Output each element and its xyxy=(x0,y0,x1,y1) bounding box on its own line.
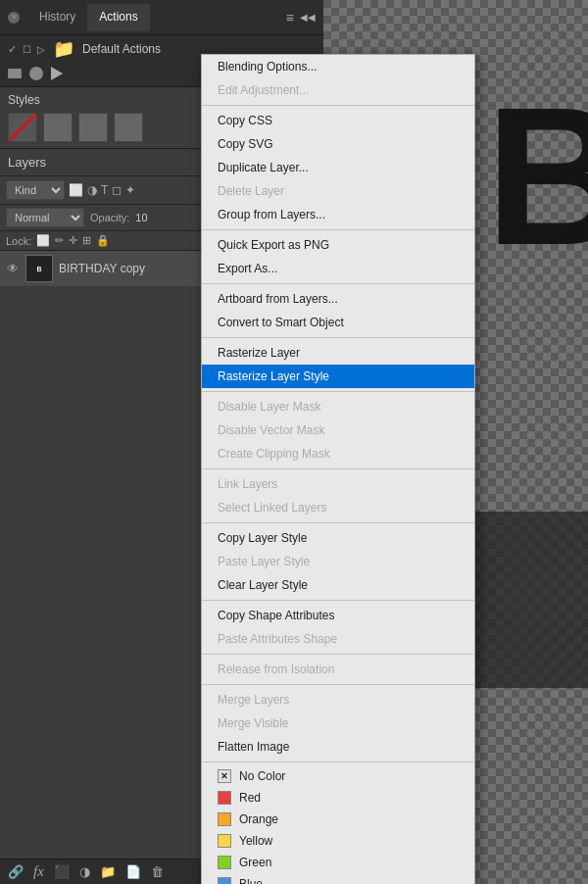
menu-separator xyxy=(202,761,474,762)
menu-item-color-color-yellow[interactable]: Yellow xyxy=(202,830,474,852)
close-button[interactable]: ✕ xyxy=(8,12,20,24)
style-swatch-1[interactable] xyxy=(43,113,73,142)
filter-icon-pixel[interactable]: ⬜ xyxy=(69,183,83,197)
canvas-text: B xyxy=(486,78,588,274)
expand-icon: ▷ xyxy=(37,44,45,55)
menu-item-link-layers: Link Layers xyxy=(202,472,474,496)
fx-icon[interactable]: fx xyxy=(33,863,44,880)
checkbox-icon: ☐ xyxy=(23,44,31,55)
color-label-color-blue: Blue xyxy=(239,877,263,884)
menu-separator xyxy=(202,337,474,338)
opacity-value: 10 xyxy=(135,212,147,223)
color-label-color-yellow: Yellow xyxy=(239,834,272,848)
menu-item-export-as[interactable]: Export As... xyxy=(202,257,474,280)
color-swatch-color-yellow xyxy=(218,834,231,848)
filter-icon-shape[interactable]: ◻ xyxy=(112,183,122,197)
menu-separator xyxy=(202,600,474,601)
menu-separator xyxy=(202,391,474,392)
menu-item-blending-options[interactable]: Blending Options... xyxy=(202,55,474,78)
layer-name: BIRTHDAY copy xyxy=(59,262,145,275)
color-swatch-color-orange xyxy=(218,812,231,826)
color-label-color-green: Green xyxy=(239,856,271,869)
menu-item-artboard-from-layers[interactable]: Artboard from Layers... xyxy=(202,287,474,311)
menu-item-paste-layer-style: Paste Layer Style xyxy=(202,550,474,573)
kind-dropdown[interactable]: Kind xyxy=(6,180,65,200)
menu-item-duplicate-layer[interactable]: Duplicate Layer... xyxy=(202,156,474,179)
color-swatch-color-green xyxy=(218,856,231,869)
menu-item-quick-export[interactable]: Quick Export as PNG xyxy=(202,233,474,257)
color-label: No Color xyxy=(239,769,285,783)
menu-item-copy-shape-attributes[interactable]: Copy Shape Attributes xyxy=(202,604,474,627)
menu-item-copy-css[interactable]: Copy CSS xyxy=(202,109,474,132)
color-swatch-color-red xyxy=(218,791,231,805)
menu-item-edit-adjustment: Edit Adjustment... xyxy=(202,78,474,102)
folder-icon: 📁 xyxy=(53,38,74,60)
menu-separator xyxy=(202,229,474,230)
style-swatch-2[interactable] xyxy=(78,113,108,142)
collapse-icon[interactable]: ◀◀ xyxy=(300,12,316,23)
tab-history[interactable]: History xyxy=(27,4,87,31)
lock-label: Lock: xyxy=(6,235,31,247)
style-swatch-empty[interactable] xyxy=(8,113,37,142)
color-label-color-orange: Orange xyxy=(239,812,278,826)
panel-menu-icon[interactable]: ≡ xyxy=(286,10,294,25)
menu-separator xyxy=(202,468,474,469)
folder-new-icon[interactable]: 📁 xyxy=(100,864,116,879)
eye-icon[interactable]: 👁 xyxy=(6,262,20,275)
lock-position-icon[interactable]: ✛ xyxy=(69,234,77,247)
new-layer-icon[interactable]: 📄 xyxy=(125,864,141,879)
menu-item-rasterize-layer[interactable]: Rasterize Layer xyxy=(202,341,474,365)
layer-thumbnail: B xyxy=(25,255,53,282)
menu-item-merge-layers: Merge Layers xyxy=(202,688,474,712)
filter-icon-type[interactable]: T xyxy=(101,183,108,197)
tab-actions[interactable]: Actions xyxy=(87,4,149,31)
menu-item-create-clipping-mask: Create Clipping Mask xyxy=(202,442,474,466)
menu-item-group-from-layers[interactable]: Group from Layers... xyxy=(202,203,474,226)
menu-separator xyxy=(202,283,474,284)
menu-item-select-linked-layers: Select Linked Layers xyxy=(202,496,474,519)
record-button[interactable] xyxy=(29,67,43,80)
menu-item-color-color-orange[interactable]: Orange xyxy=(202,809,474,830)
menu-item-color-no-color[interactable]: ✕No Color xyxy=(202,765,474,787)
menu-item-paste-shape-attributes: Paste Attributes Shape xyxy=(202,627,474,651)
color-label-color-red: Red xyxy=(239,791,261,805)
check-icon: ✓ xyxy=(8,43,17,56)
delete-icon[interactable]: 🗑 xyxy=(151,864,164,879)
stop-button[interactable] xyxy=(8,69,22,78)
menu-item-disable-vector-mask: Disable Vector Mask xyxy=(202,418,474,442)
menu-item-rasterize-layer-style[interactable]: Rasterize Layer Style xyxy=(202,365,474,388)
context-menu: Blending Options...Edit Adjustment...Cop… xyxy=(201,54,475,884)
blend-mode-dropdown[interactable]: Normal xyxy=(6,208,84,227)
adjustment-icon[interactable]: ◑ xyxy=(79,864,90,879)
menu-item-flatten-image[interactable]: Flatten Image xyxy=(202,735,474,759)
opacity-label: Opacity: xyxy=(90,212,129,223)
lock-all-icon[interactable]: 🔒 xyxy=(96,234,110,247)
no-color-icon: ✕ xyxy=(218,769,231,783)
lock-transparent-icon[interactable]: ⬜ xyxy=(36,234,50,247)
menu-item-delete-layer: Delete Layer xyxy=(202,179,474,203)
default-actions-label: Default Actions xyxy=(82,42,161,56)
menu-item-disable-layer-mask: Disable Layer Mask xyxy=(202,395,474,418)
color-swatch-color-blue xyxy=(218,877,231,884)
menu-item-copy-svg[interactable]: Copy SVG xyxy=(202,132,474,156)
mask-icon[interactable]: ⬛ xyxy=(54,864,70,879)
menu-item-color-color-red[interactable]: Red xyxy=(202,787,474,809)
menu-separator xyxy=(202,522,474,523)
menu-item-convert-smart-object[interactable]: Convert to Smart Object xyxy=(202,311,474,334)
tab-bar: ✕ History Actions ≡ ◀◀ xyxy=(0,0,323,35)
canvas-shape xyxy=(470,512,588,688)
lock-image-icon[interactable]: ✏ xyxy=(55,234,64,247)
link-icon[interactable]: 🔗 xyxy=(8,864,24,879)
menu-item-merge-visible: Merge Visible xyxy=(202,712,474,735)
filter-icon-adjust[interactable]: ◑ xyxy=(87,183,97,197)
menu-item-color-color-green[interactable]: Green xyxy=(202,852,474,873)
lock-artboard-icon[interactable]: ⊞ xyxy=(82,234,91,247)
menu-separator xyxy=(202,654,474,655)
style-swatch-3[interactable] xyxy=(114,113,143,142)
menu-item-copy-layer-style[interactable]: Copy Layer Style xyxy=(202,526,474,550)
play-button[interactable] xyxy=(51,67,63,80)
menu-item-color-color-blue[interactable]: Blue xyxy=(202,873,474,884)
menu-item-release-from-isolation: Release from Isolation xyxy=(202,658,474,681)
filter-icon-smart[interactable]: ✦ xyxy=(125,183,135,197)
menu-item-clear-layer-style[interactable]: Clear Layer Style xyxy=(202,573,474,597)
